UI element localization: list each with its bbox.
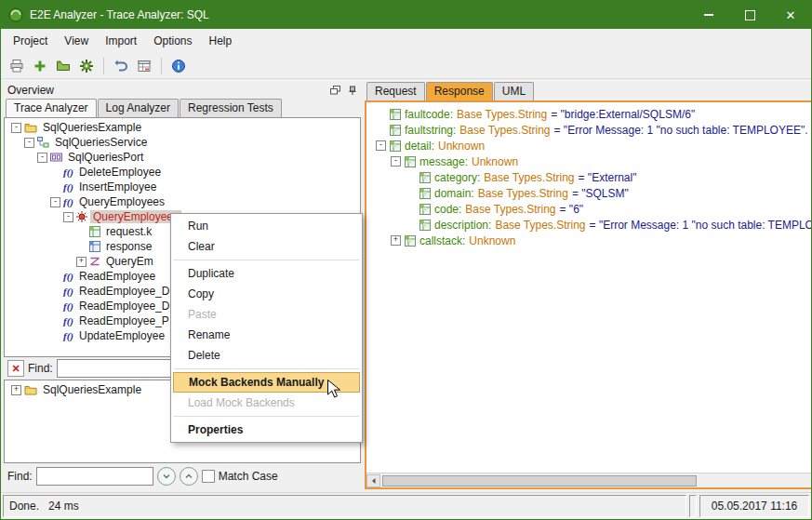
new-icon[interactable] — [30, 56, 50, 76]
match-case-checkbox[interactable] — [202, 470, 215, 483]
minimize-button[interactable] — [688, 1, 729, 29]
attribute-type: Unknown — [438, 140, 485, 153]
print-icon[interactable] — [7, 56, 27, 76]
attribute-type: Base Types.String — [465, 203, 555, 216]
scroll-left-icon[interactable] — [366, 474, 380, 487]
tree-item-label: ReadEmployee — [76, 270, 158, 283]
menu-item-paste: Paste — [171, 304, 362, 325]
menu-item-duplicate[interactable]: Duplicate — [171, 263, 362, 284]
menu-item-properties[interactable]: Properties — [171, 420, 362, 440]
tab-response[interactable]: Response — [426, 82, 493, 100]
tree-item[interactable]: -SqlQueriesPort — [5, 150, 360, 165]
menu-view[interactable]: View — [56, 31, 97, 51]
toolbar-separator — [161, 58, 162, 74]
expand-icon[interactable]: + — [76, 257, 87, 267]
tab-uml[interactable]: UML — [494, 82, 534, 100]
attribute-type: Unknown — [469, 234, 515, 247]
menu-item-rename[interactable]: Rename — [171, 325, 362, 345]
menu-item-run[interactable]: Run — [171, 216, 362, 236]
function-icon: f() — [63, 167, 73, 178]
collapse-icon[interactable]: - — [391, 156, 401, 167]
expand-icon[interactable]: + — [391, 235, 401, 246]
maximize-button[interactable] — [729, 1, 770, 29]
info-icon[interactable] — [168, 56, 189, 76]
horizontal-scrollbar[interactable] — [366, 473, 812, 487]
menu-help[interactable]: Help — [201, 31, 241, 51]
collapse-icon[interactable]: - — [376, 140, 386, 151]
overview-title: Overview — [7, 84, 54, 97]
clear-find-button[interactable]: ✕ — [7, 360, 24, 377]
tab-request[interactable]: Request — [366, 82, 425, 100]
menu-options[interactable]: Options — [145, 31, 200, 51]
tree-item-label: SqlQueriesExample — [40, 383, 144, 396]
menu-item-copy[interactable]: Copy — [171, 284, 362, 304]
response-tree-item[interactable]: description:Base Types.String= "Error Me… — [368, 217, 812, 233]
tree-item[interactable]: -SqlQueriesService — [5, 135, 360, 150]
tab-regression-tests[interactable]: Regression Tests — [180, 99, 282, 117]
attribute-icon — [405, 235, 416, 247]
tree-item[interactable]: -SqlQueriesExample — [5, 120, 360, 135]
tree-item-label: ReadEmployee_D — [76, 300, 172, 313]
tab-trace-analyzer[interactable]: Trace Analyzer — [6, 99, 97, 117]
expand-icon[interactable]: + — [11, 385, 21, 395]
find2-label: Find: — [7, 470, 33, 483]
undo-icon[interactable] — [111, 56, 131, 76]
response-tree-item[interactable]: +callstack:Unknown — [368, 233, 812, 248]
match-case-label: Match Case — [219, 470, 278, 483]
scrollbar-thumb[interactable] — [382, 475, 697, 487]
response-tree-item[interactable]: code:Base Types.String= "6" — [368, 201, 812, 217]
menu-separator — [174, 260, 359, 260]
menu-project[interactable]: Project — [5, 31, 56, 51]
function-icon: f() — [63, 301, 73, 312]
find-next-button[interactable] — [157, 467, 176, 486]
response-tree-item[interactable]: -message:Unknown — [368, 153, 812, 169]
tree-item-label: SqlQueriesPort — [65, 151, 146, 164]
float-icon[interactable] — [330, 86, 340, 95]
response-tree-item[interactable]: category:Base Types.String= "External" — [368, 169, 812, 185]
collapse-icon[interactable]: - — [50, 197, 60, 207]
report-icon[interactable] — [134, 56, 154, 76]
find-row-2: Find: Match Case — [4, 463, 361, 489]
response-tree-item[interactable]: faultstring:Base Types.String= "Error Me… — [368, 122, 812, 138]
attribute-icon — [419, 220, 431, 231]
close-button[interactable]: ✕ — [770, 1, 811, 29]
find-input[interactable] — [57, 359, 174, 378]
tree-item[interactable]: f()DeleteEmployee — [5, 165, 360, 180]
menu-import[interactable]: Import — [97, 31, 145, 51]
status-bar: Done. 24 ms 05.05.2017 11:16 — [1, 492, 811, 519]
function-icon: f() — [63, 287, 73, 297]
attribute-name: message: — [419, 155, 468, 168]
attribute-name: category: — [434, 171, 480, 184]
response-tree-item[interactable]: domain:Base Types.String= "SQLSM" — [368, 185, 812, 201]
menu-item-mock-backends-manually[interactable]: Mock Backends Manually — [173, 372, 360, 393]
response-tree-item[interactable]: faultcode:Base Types.String= "bridge:Ext… — [368, 106, 812, 122]
main-area: Overview Trace AnalyzerLog AnalyzerRegre… — [1, 79, 811, 492]
toolbar — [1, 53, 811, 79]
find-prev-button[interactable] — [180, 467, 198, 486]
settings-icon[interactable] — [76, 56, 97, 76]
collapse-icon[interactable]: - — [24, 138, 34, 148]
open-icon[interactable] — [53, 56, 73, 76]
tree-item-label: DeleteEmployee — [76, 166, 164, 179]
menu-item-delete[interactable]: Delete — [171, 345, 362, 366]
attribute-value: = "Error Message: 1 "no such table: TEMP… — [590, 219, 812, 232]
overview-tabs: Trace AnalyzerLog AnalyzerRegression Tes… — [4, 99, 361, 117]
find2-input[interactable] — [36, 467, 153, 486]
function-icon: f() — [63, 197, 73, 207]
response-tree-item[interactable]: -detail:Unknown — [368, 138, 812, 153]
attribute-name: detail: — [405, 140, 434, 153]
tab-log-analyzer[interactable]: Log Analyzer — [98, 99, 179, 117]
request-icon — [89, 226, 100, 237]
attribute-name: faultcode: — [405, 108, 453, 121]
menu-item-clear[interactable]: Clear — [171, 236, 362, 257]
collapse-icon[interactable]: - — [11, 123, 21, 133]
find-label: Find: — [28, 362, 53, 375]
title-bar[interactable]: E2E Analyzer - Trace Analyzer: SQL ✕ — [1, 1, 811, 29]
attribute-value: = "SQLSM" — [572, 187, 629, 200]
tree-item[interactable]: f()InsertEmployee — [5, 180, 360, 194]
collapse-icon[interactable]: - — [63, 212, 73, 222]
pin-icon[interactable] — [348, 86, 357, 96]
collapse-icon[interactable]: - — [37, 153, 47, 163]
tree-item[interactable]: -f()QueryEmployees — [5, 194, 360, 209]
query-icon — [89, 256, 100, 267]
